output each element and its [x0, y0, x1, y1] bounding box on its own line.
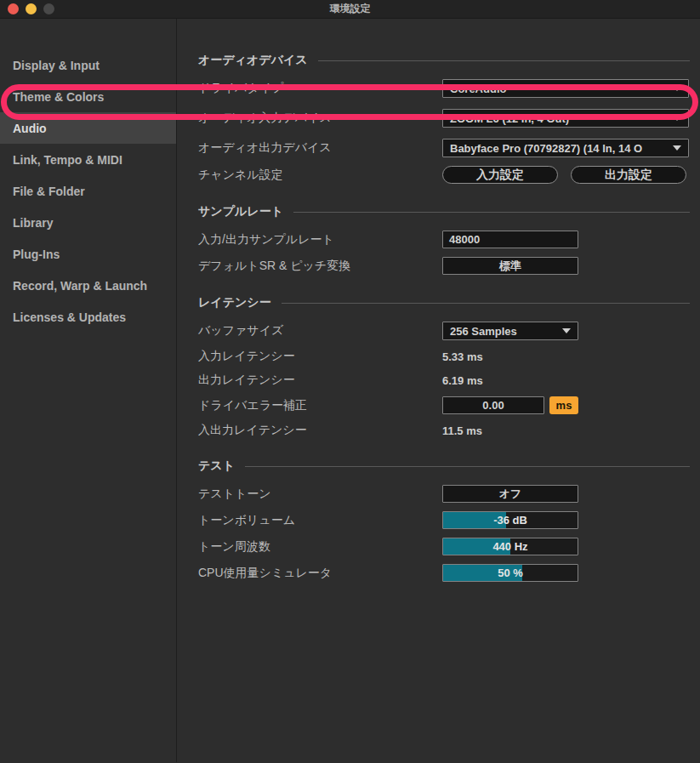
driver-type-label: ドライバタイプ	[198, 81, 442, 96]
buffer-size-value: 256 Samples	[450, 325, 557, 338]
input-latency-row: 入力レイテンシー 5.33 ms	[198, 349, 690, 364]
buffer-size-label: バッファサイズ	[198, 323, 442, 339]
audio-settings-panel: オーディオデバイス ドライバタイプ CoreAudio オーディオ入力デバイス …	[177, 19, 700, 762]
driver-type-dropdown[interactable]: CoreAudio	[442, 79, 689, 98]
audio-output-device-value: Babyface Pro (70792827) (14 In, 14 O	[450, 142, 668, 155]
input-latency-value: 5.33 ms	[442, 350, 483, 363]
section-title: テスト	[198, 458, 235, 474]
section-divider	[318, 60, 690, 61]
input-latency-label: 入力レイテンシー	[198, 349, 442, 364]
chevron-down-icon	[673, 116, 681, 121]
driver-error-compensation-row: ドライバエラー補正 0.00 ms	[198, 396, 690, 414]
section-header-audio-device: オーディオデバイス	[198, 53, 690, 68]
audio-output-device-dropdown[interactable]: Babyface Pro (70792827) (14 In, 14 O	[442, 139, 689, 157]
chevron-down-icon	[673, 145, 681, 151]
driver-type-value: CoreAudio	[450, 83, 668, 95]
driver-error-compensation-label: ドライバエラー補正	[198, 398, 442, 413]
section-divider	[282, 303, 690, 304]
cpu-simulator-row: CPU使用量シミュレータ 50 %	[198, 564, 690, 582]
audio-output-device-row: オーディオ出力デバイス Babyface Pro (70792827) (14 …	[198, 139, 690, 157]
output-latency-value: 6.19 ms	[442, 374, 483, 387]
overall-latency-row: 入出力レイテンシー 11.5 ms	[198, 423, 690, 438]
output-config-button[interactable]: 出力設定	[571, 166, 686, 184]
zoom-button-disabled	[43, 3, 54, 14]
test-tone-value: オフ	[499, 487, 522, 502]
input-config-button[interactable]: 入力設定	[442, 166, 558, 184]
audio-input-device-row: オーディオ入力デバイス ZOOM L6 (12 In, 4 Out)	[198, 109, 690, 128]
tone-volume-slider[interactable]: -36 dB	[442, 511, 578, 529]
audio-input-device-value: ZOOM L6 (12 In, 4 Out)	[450, 112, 668, 125]
sidebar-item-theme-colors[interactable]: Theme & Colors	[0, 81, 176, 112]
section-header-test: テスト	[198, 458, 690, 474]
io-sample-rate-label: 入力/出力サンプルレート	[198, 232, 442, 248]
tone-volume-row: トーンボリューム -36 dB	[198, 511, 690, 529]
audio-output-device-label: オーディオ出力デバイス	[198, 140, 442, 156]
tone-frequency-label: トーン周波数	[198, 539, 442, 555]
test-tone-label: テストトーン	[198, 487, 442, 502]
cpu-simulator-label: CPU使用量シミュレータ	[198, 566, 442, 581]
driver-error-compensation-value: 0.00	[482, 399, 504, 412]
buffer-size-row: バッファサイズ 256 Samples	[198, 322, 690, 340]
channel-config-row: チャンネル設定 入力設定 出力設定	[198, 166, 690, 184]
output-latency-row: 出力レイテンシー 6.19 ms	[198, 373, 690, 388]
overall-latency-value: 11.5 ms	[442, 424, 482, 437]
section-header-latency: レイテンシー	[198, 295, 690, 310]
section-title: レイテンシー	[198, 295, 271, 310]
chevron-down-icon	[673, 86, 681, 91]
io-sample-rate-value: 48000	[449, 233, 480, 246]
section-header-sample-rate: サンプルレート	[198, 204, 690, 219]
tone-frequency-row: トーン周波数 440 Hz	[198, 538, 690, 555]
tone-frequency-value: 440 Hz	[443, 538, 578, 555]
sidebar-item-library[interactable]: Library	[0, 207, 176, 238]
window-title: 環境設定	[330, 2, 371, 16]
preferences-sidebar: Display & Input Theme & Colors Audio Lin…	[0, 19, 177, 762]
output-latency-label: 出力レイテンシー	[198, 373, 442, 388]
audio-input-device-dropdown[interactable]: ZOOM L6 (12 In, 4 Out)	[442, 109, 689, 128]
io-sample-rate-field[interactable]: 48000	[442, 231, 578, 248]
default-sr-pitch-value: 標準	[499, 259, 521, 274]
tone-volume-value: -36 dB	[443, 512, 578, 528]
window-body: Display & Input Theme & Colors Audio Lin…	[0, 19, 700, 762]
section-divider	[245, 466, 690, 467]
traffic-lights	[8, 0, 54, 18]
preferences-window: 環境設定 Display & Input Theme & Colors Audi…	[0, 0, 700, 763]
sidebar-item-link-tempo-midi[interactable]: Link, Tempo & MIDI	[0, 144, 176, 175]
titlebar[interactable]: 環境設定	[0, 0, 700, 19]
ms-unit-label: ms	[556, 399, 572, 412]
overall-latency-label: 入出力レイテンシー	[198, 423, 442, 438]
sidebar-item-audio[interactable]: Audio	[0, 112, 176, 144]
io-sample-rate-row: 入力/出力サンプルレート 48000	[198, 231, 690, 248]
sidebar-item-record-warp-launch[interactable]: Record, Warp & Launch	[0, 270, 176, 301]
chevron-down-icon	[562, 328, 571, 333]
section-divider	[293, 212, 690, 213]
test-tone-row: テストトーン オフ	[198, 485, 690, 503]
section-title: サンプルレート	[198, 204, 283, 219]
channel-config-label: チャンネル設定	[198, 168, 442, 183]
test-tone-toggle[interactable]: オフ	[442, 485, 578, 503]
ms-unit-toggle[interactable]: ms	[549, 396, 578, 414]
driver-type-row: ドライバタイプ CoreAudio	[198, 79, 690, 98]
tone-frequency-slider[interactable]: 440 Hz	[442, 538, 578, 555]
sidebar-item-licenses-updates[interactable]: Licenses & Updates	[0, 301, 176, 333]
cpu-simulator-value: 50 %	[443, 565, 578, 581]
cpu-simulator-slider[interactable]: 50 %	[442, 564, 578, 582]
buffer-size-dropdown[interactable]: 256 Samples	[442, 322, 578, 340]
sidebar-item-plug-ins[interactable]: Plug-Ins	[0, 238, 176, 270]
close-button[interactable]	[8, 3, 19, 14]
sidebar-item-display-input[interactable]: Display & Input	[0, 49, 176, 81]
tone-volume-label: トーンボリューム	[198, 513, 442, 528]
audio-input-device-label: オーディオ入力デバイス	[198, 111, 442, 126]
driver-error-compensation-field[interactable]: 0.00	[442, 396, 544, 414]
default-sr-pitch-label: デフォルトSR & ピッチ変換	[198, 259, 442, 274]
default-sr-pitch-button[interactable]: 標準	[442, 257, 578, 275]
section-title: オーディオデバイス	[198, 53, 308, 68]
sidebar-item-file-folder[interactable]: File & Folder	[0, 175, 176, 207]
minimize-button[interactable]	[26, 3, 37, 14]
default-sr-pitch-row: デフォルトSR & ピッチ変換 標準	[198, 257, 690, 275]
